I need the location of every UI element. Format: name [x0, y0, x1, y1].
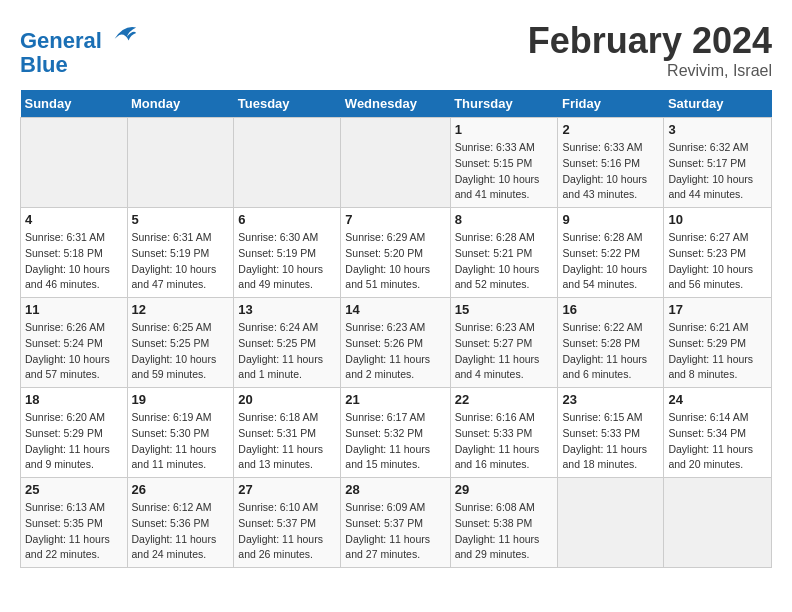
- calendar-cell: 19Sunrise: 6:19 AMSunset: 5:30 PMDayligh…: [127, 388, 234, 478]
- day-header-wednesday: Wednesday: [341, 90, 450, 118]
- calendar-cell: 26Sunrise: 6:12 AMSunset: 5:36 PMDayligh…: [127, 478, 234, 568]
- day-info: Sunrise: 6:12 AMSunset: 5:36 PMDaylight:…: [132, 500, 230, 563]
- day-number: 22: [455, 392, 554, 407]
- logo-line1: General: [20, 28, 102, 53]
- day-number: 2: [562, 122, 659, 137]
- day-header-tuesday: Tuesday: [234, 90, 341, 118]
- day-number: 6: [238, 212, 336, 227]
- title-block: February 2024 Revivim, Israel: [528, 20, 772, 80]
- calendar-cell: 22Sunrise: 6:16 AMSunset: 5:33 PMDayligh…: [450, 388, 558, 478]
- day-info: Sunrise: 6:17 AMSunset: 5:32 PMDaylight:…: [345, 410, 445, 473]
- calendar-cell: 11Sunrise: 6:26 AMSunset: 5:24 PMDayligh…: [21, 298, 128, 388]
- calendar-cell: 25Sunrise: 6:13 AMSunset: 5:35 PMDayligh…: [21, 478, 128, 568]
- week-row-4: 18Sunrise: 6:20 AMSunset: 5:29 PMDayligh…: [21, 388, 772, 478]
- day-info: Sunrise: 6:24 AMSunset: 5:25 PMDaylight:…: [238, 320, 336, 383]
- day-number: 25: [25, 482, 123, 497]
- day-number: 10: [668, 212, 767, 227]
- calendar-cell: 27Sunrise: 6:10 AMSunset: 5:37 PMDayligh…: [234, 478, 341, 568]
- day-info: Sunrise: 6:30 AMSunset: 5:19 PMDaylight:…: [238, 230, 336, 293]
- day-header-friday: Friday: [558, 90, 664, 118]
- calendar-cell: 21Sunrise: 6:17 AMSunset: 5:32 PMDayligh…: [341, 388, 450, 478]
- day-number: 7: [345, 212, 445, 227]
- day-number: 19: [132, 392, 230, 407]
- day-info: Sunrise: 6:16 AMSunset: 5:33 PMDaylight:…: [455, 410, 554, 473]
- day-number: 17: [668, 302, 767, 317]
- day-number: 15: [455, 302, 554, 317]
- calendar-cell: [664, 478, 772, 568]
- week-row-1: 1Sunrise: 6:33 AMSunset: 5:15 PMDaylight…: [21, 118, 772, 208]
- day-number: 20: [238, 392, 336, 407]
- day-number: 21: [345, 392, 445, 407]
- day-number: 14: [345, 302, 445, 317]
- calendar-cell: 9Sunrise: 6:28 AMSunset: 5:22 PMDaylight…: [558, 208, 664, 298]
- calendar-cell: 13Sunrise: 6:24 AMSunset: 5:25 PMDayligh…: [234, 298, 341, 388]
- calendar-cell: [234, 118, 341, 208]
- day-info: Sunrise: 6:20 AMSunset: 5:29 PMDaylight:…: [25, 410, 123, 473]
- day-info: Sunrise: 6:25 AMSunset: 5:25 PMDaylight:…: [132, 320, 230, 383]
- day-info: Sunrise: 6:08 AMSunset: 5:38 PMDaylight:…: [455, 500, 554, 563]
- calendar-cell: 4Sunrise: 6:31 AMSunset: 5:18 PMDaylight…: [21, 208, 128, 298]
- day-info: Sunrise: 6:31 AMSunset: 5:19 PMDaylight:…: [132, 230, 230, 293]
- day-info: Sunrise: 6:26 AMSunset: 5:24 PMDaylight:…: [25, 320, 123, 383]
- day-number: 29: [455, 482, 554, 497]
- header-row: SundayMondayTuesdayWednesdayThursdayFrid…: [21, 90, 772, 118]
- calendar-cell: 15Sunrise: 6:23 AMSunset: 5:27 PMDayligh…: [450, 298, 558, 388]
- day-info: Sunrise: 6:29 AMSunset: 5:20 PMDaylight:…: [345, 230, 445, 293]
- day-info: Sunrise: 6:09 AMSunset: 5:37 PMDaylight:…: [345, 500, 445, 563]
- calendar-cell: 1Sunrise: 6:33 AMSunset: 5:15 PMDaylight…: [450, 118, 558, 208]
- calendar-cell: 18Sunrise: 6:20 AMSunset: 5:29 PMDayligh…: [21, 388, 128, 478]
- calendar-cell: [21, 118, 128, 208]
- day-info: Sunrise: 6:33 AMSunset: 5:15 PMDaylight:…: [455, 140, 554, 203]
- logo-line2: Blue: [20, 53, 138, 77]
- day-header-monday: Monday: [127, 90, 234, 118]
- day-info: Sunrise: 6:10 AMSunset: 5:37 PMDaylight:…: [238, 500, 336, 563]
- day-info: Sunrise: 6:33 AMSunset: 5:16 PMDaylight:…: [562, 140, 659, 203]
- calendar-cell: 6Sunrise: 6:30 AMSunset: 5:19 PMDaylight…: [234, 208, 341, 298]
- day-number: 28: [345, 482, 445, 497]
- calendar-cell: [127, 118, 234, 208]
- day-number: 23: [562, 392, 659, 407]
- day-info: Sunrise: 6:23 AMSunset: 5:26 PMDaylight:…: [345, 320, 445, 383]
- calendar-cell: 10Sunrise: 6:27 AMSunset: 5:23 PMDayligh…: [664, 208, 772, 298]
- calendar-cell: 5Sunrise: 6:31 AMSunset: 5:19 PMDaylight…: [127, 208, 234, 298]
- day-number: 3: [668, 122, 767, 137]
- day-number: 8: [455, 212, 554, 227]
- calendar-cell: 20Sunrise: 6:18 AMSunset: 5:31 PMDayligh…: [234, 388, 341, 478]
- calendar-table: SundayMondayTuesdayWednesdayThursdayFrid…: [20, 90, 772, 568]
- day-info: Sunrise: 6:18 AMSunset: 5:31 PMDaylight:…: [238, 410, 336, 473]
- day-info: Sunrise: 6:28 AMSunset: 5:22 PMDaylight:…: [562, 230, 659, 293]
- day-info: Sunrise: 6:27 AMSunset: 5:23 PMDaylight:…: [668, 230, 767, 293]
- day-info: Sunrise: 6:21 AMSunset: 5:29 PMDaylight:…: [668, 320, 767, 383]
- logo-text: General: [20, 20, 138, 53]
- day-info: Sunrise: 6:32 AMSunset: 5:17 PMDaylight:…: [668, 140, 767, 203]
- day-number: 4: [25, 212, 123, 227]
- week-row-2: 4Sunrise: 6:31 AMSunset: 5:18 PMDaylight…: [21, 208, 772, 298]
- calendar-cell: 2Sunrise: 6:33 AMSunset: 5:16 PMDaylight…: [558, 118, 664, 208]
- calendar-cell: 23Sunrise: 6:15 AMSunset: 5:33 PMDayligh…: [558, 388, 664, 478]
- week-row-5: 25Sunrise: 6:13 AMSunset: 5:35 PMDayligh…: [21, 478, 772, 568]
- day-number: 9: [562, 212, 659, 227]
- logo-bird-icon: [110, 20, 138, 48]
- day-number: 24: [668, 392, 767, 407]
- header: General Blue February 2024 Revivim, Isra…: [20, 20, 772, 80]
- calendar-cell: 14Sunrise: 6:23 AMSunset: 5:26 PMDayligh…: [341, 298, 450, 388]
- day-info: Sunrise: 6:13 AMSunset: 5:35 PMDaylight:…: [25, 500, 123, 563]
- calendar-cell: 8Sunrise: 6:28 AMSunset: 5:21 PMDaylight…: [450, 208, 558, 298]
- calendar-subtitle: Revivim, Israel: [528, 62, 772, 80]
- day-number: 18: [25, 392, 123, 407]
- calendar-cell: [341, 118, 450, 208]
- calendar-cell: 12Sunrise: 6:25 AMSunset: 5:25 PMDayligh…: [127, 298, 234, 388]
- day-info: Sunrise: 6:14 AMSunset: 5:34 PMDaylight:…: [668, 410, 767, 473]
- day-number: 27: [238, 482, 336, 497]
- day-number: 13: [238, 302, 336, 317]
- day-number: 1: [455, 122, 554, 137]
- calendar-cell: 28Sunrise: 6:09 AMSunset: 5:37 PMDayligh…: [341, 478, 450, 568]
- day-number: 26: [132, 482, 230, 497]
- day-info: Sunrise: 6:22 AMSunset: 5:28 PMDaylight:…: [562, 320, 659, 383]
- day-info: Sunrise: 6:19 AMSunset: 5:30 PMDaylight:…: [132, 410, 230, 473]
- day-info: Sunrise: 6:15 AMSunset: 5:33 PMDaylight:…: [562, 410, 659, 473]
- week-row-3: 11Sunrise: 6:26 AMSunset: 5:24 PMDayligh…: [21, 298, 772, 388]
- calendar-cell: 17Sunrise: 6:21 AMSunset: 5:29 PMDayligh…: [664, 298, 772, 388]
- calendar-cell: 16Sunrise: 6:22 AMSunset: 5:28 PMDayligh…: [558, 298, 664, 388]
- calendar-cell: 29Sunrise: 6:08 AMSunset: 5:38 PMDayligh…: [450, 478, 558, 568]
